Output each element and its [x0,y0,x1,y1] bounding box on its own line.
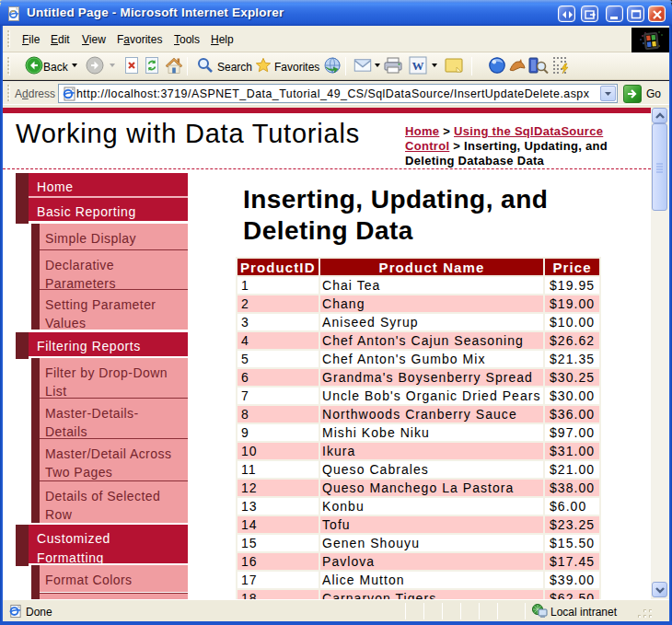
svg-text:W: W [412,59,424,73]
